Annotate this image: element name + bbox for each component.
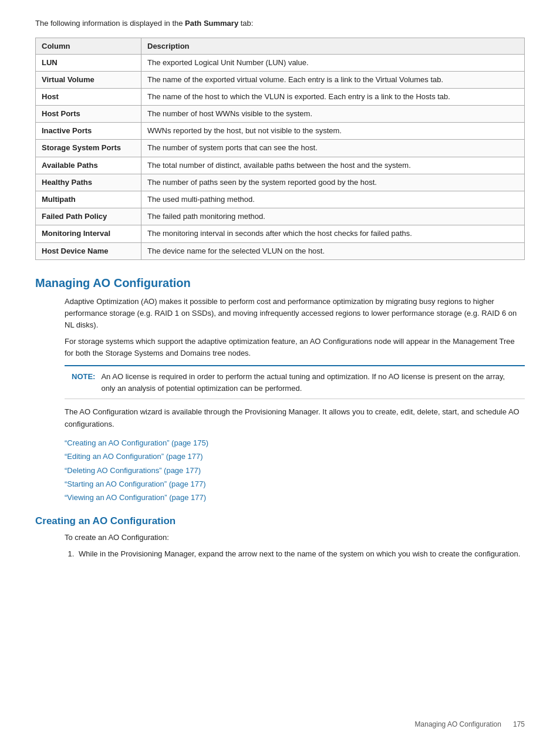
table-row: Monitoring IntervalThe monitoring interv… <box>36 225 525 242</box>
link-starting-ao[interactable]: “Starting an AO Configuration” (page 177… <box>65 477 525 491</box>
creating-ao-heading: Creating an AO Configuration <box>35 515 525 527</box>
path-summary-bold: Path Summary <box>185 19 238 28</box>
table-row: Inactive PortsWWNs reported by the host,… <box>36 123 525 140</box>
table-cell-description: The name of the exported virtual volume.… <box>141 71 525 88</box>
link-editing-ao[interactable]: “Editing an AO Configuration” (page 177) <box>65 450 525 463</box>
managing-ao-para3: The AO Configuration wizard is available… <box>65 406 525 430</box>
table-row: Healthy PathsThe number of paths seen by… <box>36 174 525 191</box>
table-row: Failed Path PolicyThe failed path monito… <box>36 208 525 225</box>
table-cell-description: WWNs reported by the host, but not visib… <box>141 123 525 140</box>
table-cell-column: Host <box>36 88 141 105</box>
table-row: Host PortsThe number of host WWNs visibl… <box>36 106 525 123</box>
page-footer: Managing AO Configuration 175 <box>415 720 525 728</box>
table-cell-column: LUN <box>36 54 141 71</box>
table-row: Available PathsThe total number of disti… <box>36 157 525 174</box>
table-cell-description: The device name for the selected VLUN on… <box>141 242 525 259</box>
table-row: Host Device NameThe device name for the … <box>36 242 525 259</box>
link-creating-ao[interactable]: “Creating an AO Configuration” (page 175… <box>65 436 525 450</box>
table-cell-column: Storage System Ports <box>36 140 141 157</box>
table-cell-column: Available Paths <box>36 157 141 174</box>
ao-links-list: “Creating an AO Configuration” (page 175… <box>35 436 525 505</box>
table-cell-description: The exported Logical Unit Number (LUN) v… <box>141 54 525 71</box>
managing-ao-para1: Adaptive Optimization (AO) makes it poss… <box>65 296 525 331</box>
table-cell-column: Inactive Ports <box>36 123 141 140</box>
managing-ao-para2: For storage systems which support the ad… <box>65 336 525 359</box>
table-row: Virtual VolumeThe name of the exported v… <box>36 71 525 88</box>
table-cell-column: Host Device Name <box>36 242 141 259</box>
table-cell-description: The number of paths seen by the system r… <box>141 174 525 191</box>
intro-paragraph: The following information is displayed i… <box>35 18 525 29</box>
step-item: While in the Provisioning Manager, expan… <box>76 548 525 560</box>
path-summary-table: Column Description LUNThe exported Logic… <box>35 38 525 260</box>
managing-ao-heading: Managing AO Configuration <box>35 276 525 290</box>
col-header-description: Description <box>141 38 525 54</box>
table-row: Storage System PortsThe number of system… <box>36 140 525 157</box>
table-cell-column: Healthy Paths <box>36 174 141 191</box>
link-viewing-ao[interactable]: “Viewing an AO Configuration” (page 177) <box>65 491 525 504</box>
table-cell-description: The total number of distinct, available … <box>141 157 525 174</box>
table-cell-column: Virtual Volume <box>36 71 141 88</box>
intro-text-before: The following information is displayed i… <box>35 19 185 28</box>
table-cell-column: Multipath <box>36 191 141 208</box>
col-header-column: Column <box>36 38 141 54</box>
table-cell-description: The number of host WWNs visible to the s… <box>141 106 525 123</box>
table-cell-column: Host Ports <box>36 106 141 123</box>
table-cell-description: The number of system ports that can see … <box>141 140 525 157</box>
table-row: HostThe name of the host to which the VL… <box>36 88 525 105</box>
footer-section-label: Managing AO Configuration <box>415 720 501 728</box>
note-label: NOTE: <box>72 371 95 394</box>
table-row: MultipathThe used multi-pathing method. <box>36 191 525 208</box>
creating-ao-intro: To create an AO Configuration: <box>65 532 525 544</box>
creating-ao-steps: While in the Provisioning Manager, expan… <box>65 548 525 560</box>
table-cell-column: Failed Path Policy <box>36 208 141 225</box>
footer-page-number: 175 <box>513 720 525 728</box>
creating-ao-body: To create an AO Configuration: While in … <box>35 532 525 560</box>
note-box: NOTE: An AO license is required in order… <box>65 365 525 399</box>
table-cell-description: The used multi-pathing method. <box>141 191 525 208</box>
table-row: LUNThe exported Logical Unit Number (LUN… <box>36 54 525 71</box>
table-cell-column: Monitoring Interval <box>36 225 141 242</box>
table-cell-description: The monitoring interval in seconds after… <box>141 225 525 242</box>
table-cell-description: The name of the host to which the VLUN i… <box>141 88 525 105</box>
note-text: An AO license is required in order to pe… <box>101 371 518 394</box>
intro-text-after: tab: <box>238 19 253 28</box>
managing-ao-body: Adaptive Optimization (AO) makes it poss… <box>35 296 525 430</box>
link-deleting-ao[interactable]: “Deleting AO Configurations” (page 177) <box>65 464 525 477</box>
table-cell-description: The failed path monitoring method. <box>141 208 525 225</box>
